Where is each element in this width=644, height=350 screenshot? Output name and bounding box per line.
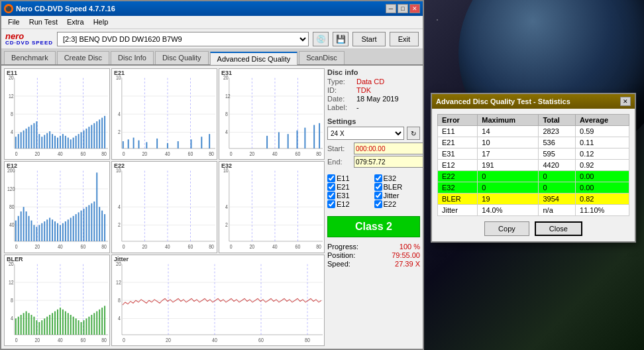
svg-rect-37 bbox=[91, 125, 92, 148]
svg-text:2: 2 bbox=[118, 128, 121, 135]
copy-button[interactable]: Copy bbox=[484, 221, 529, 236]
svg-rect-42 bbox=[104, 116, 105, 148]
svg-rect-213 bbox=[68, 313, 69, 335]
tab-scan-disc[interactable]: ScanDisc bbox=[299, 51, 344, 64]
svg-text:4: 4 bbox=[118, 203, 121, 210]
stats-row-1: E21105360.11 bbox=[438, 137, 629, 148]
svg-rect-30 bbox=[73, 138, 74, 148]
svg-text:40: 40 bbox=[58, 243, 63, 250]
svg-text:4: 4 bbox=[118, 110, 121, 117]
svg-rect-212 bbox=[65, 311, 66, 334]
disc-type-row: Type: Data CD bbox=[327, 78, 420, 86]
minimize-button[interactable]: ─ bbox=[386, 4, 396, 13]
window-title: Nero CD-DVD Speed 4.7.7.16 bbox=[16, 5, 115, 13]
svg-rect-22 bbox=[52, 134, 53, 148]
start-input[interactable] bbox=[354, 143, 423, 154]
svg-rect-113 bbox=[21, 211, 22, 241]
cb-e11-label: E11 bbox=[337, 174, 350, 182]
settings-title: Settings bbox=[327, 117, 420, 125]
svg-rect-136 bbox=[81, 211, 82, 241]
progress-label: Progress: bbox=[327, 243, 358, 251]
drive-select[interactable]: [2:3] BENQ DVD DD DW1620 B7W9 bbox=[57, 32, 309, 46]
svg-rect-38 bbox=[93, 123, 95, 148]
type-value: Data CD bbox=[356, 78, 384, 86]
tab-advanced-disc-quality[interactable]: Advanced Disc Quality bbox=[210, 52, 298, 65]
disc-label-row: Label: - bbox=[327, 103, 420, 111]
end-input[interactable] bbox=[354, 156, 423, 168]
close-button-stats[interactable]: Close bbox=[535, 221, 582, 236]
svg-rect-60 bbox=[123, 141, 124, 148]
cb-e12[interactable]: E12 bbox=[327, 200, 374, 208]
chart-e21-label: E21 bbox=[114, 70, 125, 76]
svg-rect-201 bbox=[36, 320, 37, 335]
stats-close-x-button[interactable]: ✕ bbox=[620, 97, 631, 106]
svg-rect-199 bbox=[31, 315, 32, 335]
menu-bar: File Run Test Extra Help bbox=[1, 16, 423, 29]
tab-benchmark[interactable]: Benchmark bbox=[4, 51, 56, 64]
svg-rect-206 bbox=[49, 315, 50, 335]
cb-e22[interactable]: E22 bbox=[374, 200, 421, 208]
svg-text:4: 4 bbox=[225, 128, 228, 135]
speed-row: 24 X ↻ bbox=[327, 127, 420, 140]
menu-run-test[interactable]: Run Test bbox=[25, 17, 62, 27]
stats-dialog: Advanced Disc Quality Test - Statistics … bbox=[431, 93, 636, 243]
cb-jitter[interactable]: Jitter bbox=[374, 192, 421, 200]
svg-rect-16 bbox=[36, 121, 37, 148]
svg-rect-142 bbox=[96, 173, 97, 242]
tab-create-disc[interactable]: Create Disc bbox=[57, 51, 109, 64]
svg-text:2: 2 bbox=[225, 221, 228, 228]
speed-select[interactable]: 24 X bbox=[327, 127, 404, 140]
tab-disc-info[interactable]: Disc Info bbox=[111, 51, 154, 64]
svg-rect-203 bbox=[41, 320, 42, 335]
exit-button[interactable]: Exit bbox=[390, 32, 419, 46]
id-value: TDK bbox=[356, 86, 371, 94]
svg-rect-62 bbox=[133, 138, 134, 148]
label-label: Label: bbox=[327, 103, 354, 111]
menu-extra[interactable]: Extra bbox=[63, 17, 88, 27]
svg-rect-133 bbox=[73, 216, 74, 241]
col-total: Total bbox=[539, 115, 576, 126]
start-button[interactable]: Start bbox=[352, 32, 385, 46]
menu-file[interactable]: File bbox=[4, 17, 24, 27]
eject-icon[interactable]: 💿 bbox=[313, 32, 329, 46]
svg-text:4: 4 bbox=[225, 203, 228, 210]
svg-text:40: 40 bbox=[58, 335, 63, 343]
svg-text:0: 0 bbox=[15, 335, 18, 343]
maximize-button[interactable]: □ bbox=[398, 4, 408, 13]
svg-rect-211 bbox=[62, 309, 64, 334]
svg-text:60: 60 bbox=[81, 243, 86, 250]
refresh-button[interactable]: ↻ bbox=[407, 127, 420, 140]
svg-text:60: 60 bbox=[81, 150, 86, 157]
svg-text:60: 60 bbox=[258, 335, 264, 343]
svg-rect-129 bbox=[62, 223, 64, 241]
svg-rect-118 bbox=[33, 225, 34, 242]
tab-disc-quality[interactable]: Disc Quality bbox=[155, 51, 209, 64]
speed-row: Speed: 27.39 X bbox=[327, 260, 420, 268]
svg-text:60: 60 bbox=[188, 150, 193, 157]
stats-content: Error Maximum Total Average E111428230.5… bbox=[432, 109, 635, 241]
save-icon[interactable]: 💾 bbox=[333, 32, 349, 46]
svg-rect-135 bbox=[78, 213, 80, 242]
cb-e32-label: E32 bbox=[384, 174, 397, 182]
chart-e12-label: E12 bbox=[7, 162, 17, 169]
cb-e31[interactable]: E31 bbox=[327, 192, 374, 200]
svg-rect-29 bbox=[70, 139, 72, 148]
svg-rect-40 bbox=[99, 119, 100, 148]
svg-text:8: 8 bbox=[11, 110, 13, 117]
svg-rect-196 bbox=[23, 313, 25, 335]
chart-e22-label: E22 bbox=[114, 162, 125, 169]
nero-logo: nero CD·DVD SPEED bbox=[5, 32, 53, 46]
svg-rect-70 bbox=[209, 134, 210, 148]
cb-e21[interactable]: E21 bbox=[327, 183, 374, 191]
svg-rect-93 bbox=[319, 123, 320, 148]
svg-rect-202 bbox=[38, 322, 40, 335]
menu-help[interactable]: Help bbox=[89, 17, 113, 27]
stats-title-bar: Advanced Disc Quality Test - Statistics … bbox=[432, 94, 635, 109]
svg-text:60: 60 bbox=[295, 150, 301, 157]
svg-text:4: 4 bbox=[118, 314, 121, 321]
svg-rect-195 bbox=[21, 315, 22, 335]
cb-e32[interactable]: E32 bbox=[374, 174, 421, 182]
cb-bler[interactable]: BLER bbox=[374, 183, 421, 191]
close-button[interactable]: ✕ bbox=[409, 4, 420, 13]
cb-e11[interactable]: E11 bbox=[327, 174, 374, 182]
